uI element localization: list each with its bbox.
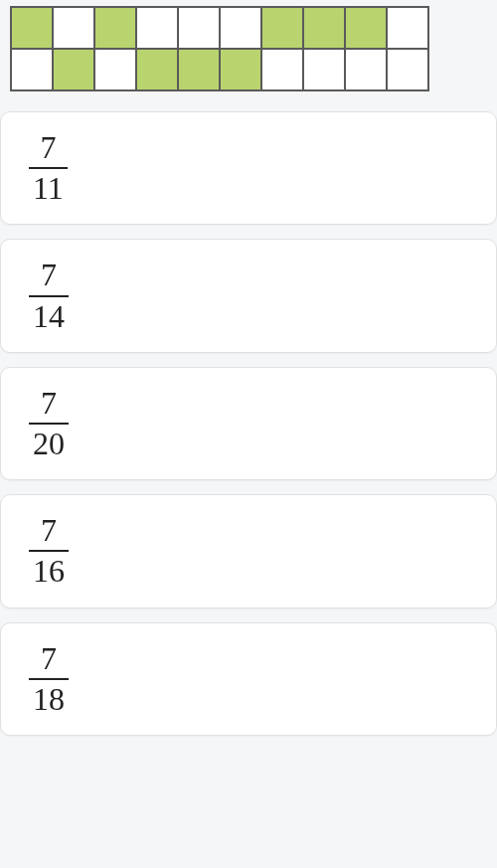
grid-row [12,8,429,50]
fraction-numerator: 7 [37,386,61,423]
fraction: 714 [29,258,69,333]
fraction-grid-container [0,0,497,111]
fraction-denominator: 11 [29,167,68,206]
grid-cell-filled [219,48,262,91]
answer-option[interactable]: 714 [0,239,497,352]
grid-cell-empty [93,48,137,91]
grid-cell-filled [177,48,221,91]
fraction: 716 [29,513,69,589]
grid-cell-empty [52,6,95,50]
grid-cell-filled [93,6,137,50]
fraction-numerator: 7 [37,513,61,550]
fraction-numerator: 7 [37,641,61,678]
fraction-denominator: 20 [29,423,69,461]
fraction-denominator: 16 [29,550,69,589]
fraction: 720 [29,386,69,461]
grid-cell-empty [135,6,179,50]
grid-cell-empty [386,48,429,91]
fraction-numerator: 7 [37,258,61,294]
fraction: 711 [29,130,68,206]
answer-option[interactable]: 720 [0,367,497,480]
grid-cell-empty [10,48,54,91]
grid-cell-empty [386,6,429,50]
answer-option[interactable]: 716 [0,494,497,608]
grid-cell-filled [52,48,95,91]
grid-row [12,50,429,91]
grid-cell-empty [302,48,346,91]
answer-options: 711714720716718 [0,111,497,736]
grid-cell-filled [10,6,54,50]
grid-cell-empty [260,48,304,91]
fraction-grid [12,8,429,91]
grid-cell-empty [177,6,221,50]
grid-cell-filled [344,6,388,50]
answer-option[interactable]: 711 [0,111,497,225]
grid-cell-filled [260,6,304,50]
grid-cell-filled [135,48,179,91]
grid-cell-empty [219,6,262,50]
answer-option[interactable]: 718 [0,622,497,736]
grid-cell-filled [302,6,346,50]
grid-cell-empty [344,48,388,91]
fraction-numerator: 7 [36,130,60,167]
fraction: 718 [29,641,69,717]
fraction-denominator: 14 [29,295,69,334]
fraction-denominator: 18 [29,678,69,717]
